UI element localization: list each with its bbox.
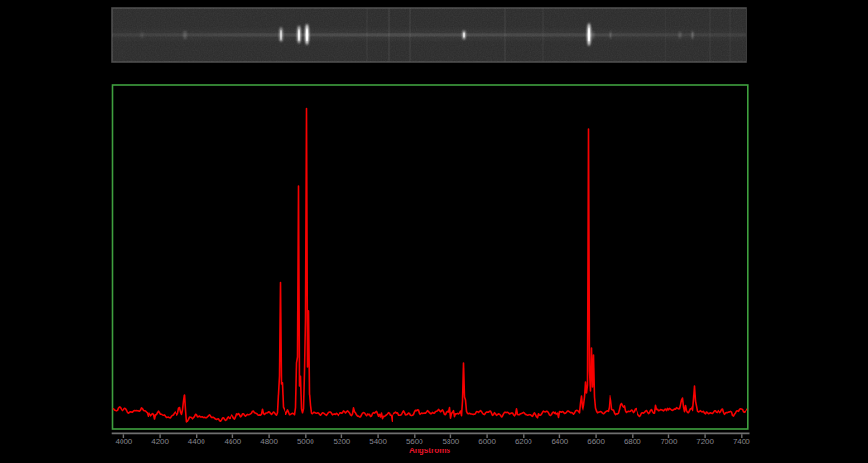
svg-text:6000: 6000 [478,437,496,446]
svg-text:6200: 6200 [515,437,532,446]
svg-text:7200: 7200 [696,437,714,446]
svg-text:4800: 4800 [260,437,278,446]
svg-text:5400: 5400 [369,437,387,446]
svg-text:4200: 4200 [151,437,169,446]
svg-text:6600: 6600 [587,437,605,446]
svg-text:4000: 4000 [116,437,133,446]
svg-text:5000: 5000 [297,437,314,446]
svg-text:Angstroms: Angstroms [409,447,451,455]
svg-text:4600: 4600 [225,437,242,446]
svg-text:5200: 5200 [334,437,351,446]
svg-text:5800: 5800 [443,437,460,446]
svg-text:4400: 4400 [188,437,205,446]
svg-text:7000: 7000 [661,437,678,446]
svg-text:7400: 7400 [733,437,750,446]
svg-text:6400: 6400 [552,437,569,446]
svg-text:5600: 5600 [406,437,423,446]
svg-text:6800: 6800 [624,437,641,446]
